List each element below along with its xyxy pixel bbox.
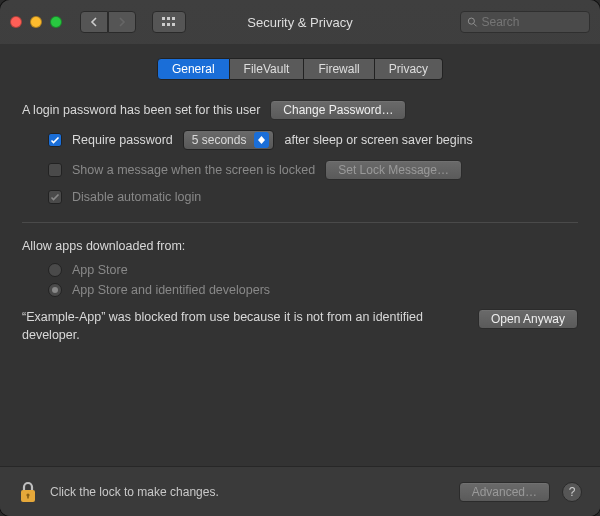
close-icon[interactable] — [10, 16, 22, 28]
svg-rect-3 — [162, 23, 165, 26]
chevron-left-icon — [90, 17, 98, 27]
search-field[interactable] — [460, 11, 590, 33]
delay-select[interactable]: 5 seconds — [183, 130, 275, 150]
radio-app-store-label: App Store — [72, 263, 128, 277]
require-password-checkbox[interactable] — [48, 133, 62, 147]
svg-point-6 — [468, 18, 474, 24]
tab-filevault[interactable]: FileVault — [230, 58, 305, 80]
svg-rect-0 — [162, 17, 165, 20]
radio-identified-developers — [48, 283, 62, 297]
content-pane: General FileVault Firewall Privacy A log… — [0, 44, 600, 466]
stepper-icon — [254, 132, 269, 148]
minimize-icon[interactable] — [30, 16, 42, 28]
change-password-button[interactable]: Change Password… — [270, 100, 406, 120]
tab-general[interactable]: General — [157, 58, 230, 80]
check-icon — [50, 135, 60, 145]
password-set-text: A login password has been set for this u… — [22, 103, 260, 117]
blocked-app-text: “Example-App” was blocked from use becau… — [22, 309, 466, 344]
svg-rect-5 — [172, 23, 175, 26]
open-anyway-button[interactable]: Open Anyway — [478, 309, 578, 329]
nav-buttons — [80, 11, 136, 33]
set-lock-message-button: Set Lock Message… — [325, 160, 462, 180]
downloads-heading: Allow apps downloaded from: — [22, 239, 185, 253]
svg-rect-2 — [172, 17, 175, 20]
divider — [22, 222, 578, 223]
back-button[interactable] — [80, 11, 108, 33]
tab-firewall[interactable]: Firewall — [304, 58, 374, 80]
show-all-button[interactable] — [152, 11, 186, 33]
titlebar: Security & Privacy — [0, 0, 600, 44]
check-icon — [50, 192, 60, 202]
search-icon — [467, 16, 478, 28]
disable-auto-login-checkbox — [48, 190, 62, 204]
require-password-label: Require password — [72, 133, 173, 147]
chevron-right-icon — [118, 17, 126, 27]
show-message-label: Show a message when the screen is locked — [72, 163, 315, 177]
help-button[interactable]: ? — [562, 482, 582, 502]
window-controls — [10, 16, 62, 28]
radio-identified-label: App Store and identified developers — [72, 283, 270, 297]
svg-rect-10 — [27, 495, 29, 499]
svg-rect-4 — [167, 23, 170, 26]
tab-bar: General FileVault Firewall Privacy — [22, 58, 578, 80]
forward-button — [108, 11, 136, 33]
prefs-window: Security & Privacy General FileVault Fir… — [0, 0, 600, 516]
zoom-icon[interactable] — [50, 16, 62, 28]
disable-auto-login-label: Disable automatic login — [72, 190, 201, 204]
after-sleep-text: after sleep or screen saver begins — [284, 133, 472, 147]
general-panel: A login password has been set for this u… — [22, 100, 578, 344]
svg-line-7 — [474, 24, 477, 27]
delay-value: 5 seconds — [192, 133, 247, 147]
footer: Click the lock to make changes. Advanced… — [0, 466, 600, 516]
svg-rect-1 — [167, 17, 170, 20]
lock-text: Click the lock to make changes. — [50, 485, 447, 499]
grid-icon — [162, 17, 176, 27]
tab-privacy[interactable]: Privacy — [375, 58, 443, 80]
radio-app-store — [48, 263, 62, 277]
lock-icon[interactable] — [18, 480, 38, 504]
advanced-button[interactable]: Advanced… — [459, 482, 550, 502]
search-input[interactable] — [482, 15, 584, 29]
show-message-checkbox — [48, 163, 62, 177]
